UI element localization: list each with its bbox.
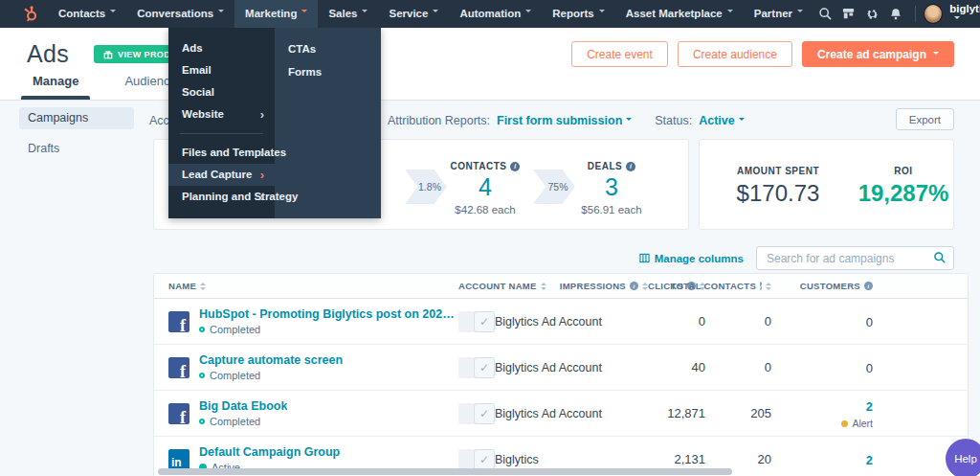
settings-gear-icon[interactable] [860,0,884,28]
submenu-item[interactable]: CTAs [275,37,381,60]
campaigns-table: NAME i ACCOUNT NAME i IMPRESSIONS i CLIC… [153,273,969,476]
submenu-item[interactable]: Forms [275,60,381,83]
chevron-down-icon [727,10,733,15]
chevron-down-icon [525,10,531,15]
menu-item[interactable]: Lead Capture › [168,164,275,186]
campaign-name-link[interactable]: Default Campaign Group [199,445,340,459]
alert-dot-icon [841,420,848,427]
amount-spent-label: AMOUNT SPENT [716,166,840,176]
campaign-name-link[interactable]: HubSpot - Promoting Biglytics post on 20… [199,307,458,321]
clicks-cell: 20 [705,452,771,466]
info-icon[interactable]: i [510,162,520,171]
info-icon[interactable]: i [760,282,762,290]
marketplace-icon[interactable] [837,0,861,28]
info-icon[interactable]: i [626,162,635,171]
contacts-value[interactable]: 0 [866,315,873,329]
checkmark-icon: ✓ [474,449,495,470]
chevron-down-icon [301,10,307,15]
column-header[interactable]: NAME i [168,281,458,291]
ad-network-icon [168,311,189,332]
campaign-status: Completed [199,416,287,427]
table-row: Big Data Ebook Completed ✓ Biglytics Ad … [154,391,968,437]
sync-toggle[interactable]: ✓ [458,403,495,424]
info-icon[interactable]: i [864,282,873,290]
user-avatar[interactable] [924,4,943,24]
horizontal-scrollbar[interactable] [158,468,732,475]
nav-item[interactable]: Asset Marketplace [615,0,744,28]
contacts-value[interactable]: 2 [866,453,873,467]
help-button[interactable]: Help [946,439,980,476]
campaign-name-link[interactable]: Capture automate screen [199,353,343,367]
menu-item[interactable]: Social › [168,81,275,103]
attribution-reports-dropdown[interactable]: First form submission [497,114,632,127]
tab[interactable]: Manage [27,74,84,100]
nav-item[interactable]: Marketing [234,0,318,28]
clicks-cell: 0 [705,314,771,329]
search-icon[interactable] [813,0,837,28]
ad-network-icon [168,403,189,424]
status-dot-icon [199,327,205,332]
info-icon[interactable]: i [630,282,638,290]
contacts-stat-value: 4 [427,173,544,201]
campaign-status: Completed [199,324,458,335]
total-contacts-cell: 2 [771,451,873,468]
nav-item[interactable]: Conversations [126,0,234,28]
menu-item[interactable]: Email › [168,59,275,81]
sync-toggle[interactable]: ✓ [458,449,495,470]
chevron-right-icon: › [260,103,264,125]
nav-item[interactable]: Partner [744,0,813,28]
menu-item[interactable]: Planning and Strategy › [168,186,275,208]
contacts-stat-label: CONTACTSi [427,161,544,171]
chevron-down-icon [933,52,939,57]
menu-item[interactable]: Files and Templates › [168,142,275,164]
menu-item[interactable]: Website › [168,103,275,125]
account-menu[interactable]: biglytics.net [949,3,980,26]
campaign-search-input[interactable] [756,246,954,270]
create-ad-campaign-button[interactable]: Create ad campaign [802,41,954,67]
notifications-bell-icon[interactable] [884,0,908,28]
export-button[interactable]: Export [896,108,954,130]
impressions-cell: 2,131 [648,452,705,466]
contacts-value[interactable]: 0 [866,361,873,375]
campaign-name-link[interactable]: Big Data Ebook [199,399,287,413]
impressions-cell: 12,871 [648,406,705,420]
ad-network-icon [168,449,189,470]
sort-icon[interactable] [200,283,206,290]
column-header[interactable]: TOTAL CONTACTS i [705,281,771,291]
marketing-dropdown-menu: Ads › Email › Social › Website › Files a… [168,28,381,218]
column-header[interactable]: ACCOUNT NAME i [458,281,495,291]
spend-roi-card: AMOUNT SPENT $170.73 ROI 19,287% [699,139,954,230]
menu-item[interactable]: Ads › [168,37,275,59]
account-name-cell: Biglytics Ad Account [495,361,648,374]
nav-item[interactable]: Reports [542,0,614,28]
account-name-cell: Biglytics [495,453,648,466]
sync-toggle[interactable]: ✓ [458,311,495,332]
manage-columns-button[interactable]: Manage columns [639,253,744,264]
roi-label: ROI [841,166,966,176]
divider [915,6,916,22]
table-row: HubSpot - Promoting Biglytics post on 20… [154,299,968,345]
status-dot-icon [199,373,205,378]
nav-items: Contacts Conversations Marketing Sales S… [48,0,813,28]
create-event-button[interactable]: Create event [571,41,668,67]
status-dropdown[interactable]: Active [699,114,745,127]
impressions-cell: 40 [648,360,705,374]
nav-item[interactable]: Service [378,0,449,28]
attribution-reports-label: Attribution Reports: [388,114,490,127]
create-audience-button[interactable]: Create audience [678,41,792,67]
search-icon[interactable] [933,251,947,268]
contacts-value[interactable]: 2 [866,399,873,414]
nav-item[interactable]: Sales [318,0,378,28]
nav-item[interactable]: Contacts [48,0,126,28]
checkmark-icon: ✓ [474,357,495,378]
total-contacts-cell: 0 [771,359,873,376]
hubspot-sprocket-icon[interactable] [21,5,39,24]
column-header[interactable]: IMPRESSIONS i [495,281,648,291]
ad-network-icon [168,357,189,378]
sync-toggle[interactable]: ✓ [458,357,495,378]
nav-item[interactable]: Automation [449,0,542,28]
total-contacts-cell: 0 [771,313,873,330]
sidebar-item-campaigns[interactable]: Campaigns [19,107,134,129]
sidebar-item-drafts[interactable]: Drafts [28,142,59,155]
column-header[interactable]: CUSTOMERS i [771,281,873,291]
